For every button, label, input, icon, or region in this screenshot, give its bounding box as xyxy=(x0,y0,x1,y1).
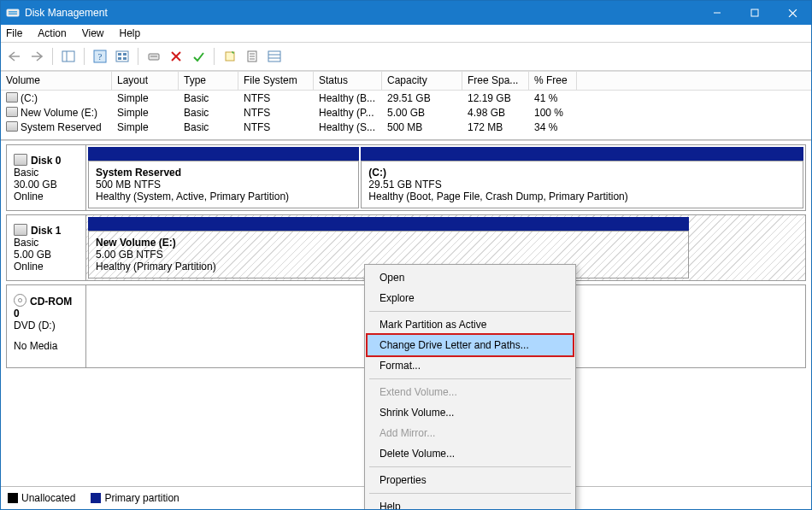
column-filesystem[interactable]: File System xyxy=(238,71,314,90)
disk-row-disk0: Disk 0 Basic 30.00 GB Online System Rese… xyxy=(6,144,806,211)
menu-file[interactable]: File xyxy=(4,26,24,41)
maximize-button[interactable] xyxy=(736,1,774,25)
minimize-button[interactable] xyxy=(698,1,736,25)
disk-label[interactable]: Disk 0 Basic 30.00 GB Online xyxy=(7,145,86,210)
new-icon[interactable] xyxy=(221,48,238,65)
disk-label[interactable]: CD-ROM 0 DVD (D:) No Media xyxy=(7,285,86,367)
apply-icon[interactable] xyxy=(190,48,207,65)
show-hide-tree-icon[interactable] xyxy=(60,48,77,65)
menu-item-mark-active[interactable]: Mark Partition as Active xyxy=(368,314,573,335)
help-icon[interactable]: ? xyxy=(91,48,109,65)
volume-list: Volume Layout Type File System Status Ca… xyxy=(1,71,811,140)
close-button[interactable] xyxy=(774,1,811,25)
column-layout[interactable]: Layout xyxy=(112,71,179,90)
window-title: Disk Management xyxy=(25,7,698,19)
disk-management-window: Disk Management File Action View Help ? xyxy=(0,0,812,510)
svg-text:?: ? xyxy=(98,51,103,62)
back-icon[interactable] xyxy=(6,48,23,65)
delete-icon[interactable] xyxy=(168,48,185,65)
legend-unallocated: Unallocated xyxy=(8,492,75,504)
menu-help[interactable]: Help xyxy=(118,26,143,41)
menu-item-help[interactable]: Help xyxy=(368,496,573,510)
refresh-icon[interactable] xyxy=(145,48,162,65)
svg-rect-0 xyxy=(7,9,19,16)
volume-icon xyxy=(6,107,18,117)
disk-label[interactable]: Disk 1 Basic 5.00 GB Online xyxy=(7,215,86,280)
volume-list-header: Volume Layout Type File System Status Ca… xyxy=(1,71,811,91)
menu-item-explore[interactable]: Explore xyxy=(368,288,573,308)
settings-icon[interactable] xyxy=(114,48,131,65)
partition-cap xyxy=(88,217,689,231)
partition-cap xyxy=(88,147,359,161)
svg-rect-11 xyxy=(116,51,128,62)
menu-item-format[interactable]: Format... xyxy=(368,355,573,376)
menu-item-properties[interactable]: Properties xyxy=(368,470,573,490)
hard-disk-icon xyxy=(14,224,27,236)
column-volume[interactable]: Volume xyxy=(1,71,112,90)
menu-item-shrink-volume[interactable]: Shrink Volume... xyxy=(368,402,573,423)
svg-rect-25 xyxy=(268,51,280,62)
disk-management-icon xyxy=(6,6,20,20)
hard-disk-icon xyxy=(14,154,27,166)
column-type[interactable]: Type xyxy=(179,71,238,90)
menu-action[interactable]: Action xyxy=(36,26,68,41)
volume-icon xyxy=(6,92,18,103)
legend-primary: Primary partition xyxy=(91,492,179,504)
svg-rect-15 xyxy=(123,57,127,60)
svg-rect-2 xyxy=(9,14,17,15)
menu-item-extend-volume: Extend Volume... xyxy=(368,382,573,402)
menu-view[interactable]: View xyxy=(80,26,106,41)
svg-rect-14 xyxy=(118,57,121,60)
swatch-unallocated-icon xyxy=(8,493,18,503)
titlebar: Disk Management xyxy=(1,1,811,25)
forward-icon[interactable] xyxy=(28,48,45,65)
volume-context-menu: Open Explore Mark Partition as Active Ch… xyxy=(364,264,576,510)
cdrom-icon xyxy=(14,294,26,307)
menu-item-delete-volume[interactable]: Delete Volume... xyxy=(368,443,573,464)
volume-icon xyxy=(6,121,18,132)
svg-rect-12 xyxy=(118,53,121,56)
menu-item-open[interactable]: Open xyxy=(368,267,573,288)
menubar: File Action View Help xyxy=(1,25,811,43)
list-icon[interactable] xyxy=(266,48,283,65)
menu-item-change-drive-letter[interactable]: Change Drive Letter and Paths... xyxy=(366,333,574,357)
column-free-space[interactable]: Free Spa... xyxy=(462,71,529,90)
table-row[interactable]: System Reserved Simple Basic NTFS Health… xyxy=(1,120,811,134)
svg-rect-7 xyxy=(62,51,74,62)
partition-c[interactable]: (C:) 29.51 GB NTFS Healthy (Boot, Page F… xyxy=(361,161,803,208)
svg-rect-1 xyxy=(9,11,17,13)
partition-cap xyxy=(361,147,803,161)
column-capacity[interactable]: Capacity xyxy=(382,71,462,90)
column-status[interactable]: Status xyxy=(314,71,382,90)
properties-sheet-icon[interactable] xyxy=(244,48,261,65)
toolbar: ? xyxy=(1,43,811,71)
partition-system-reserved[interactable]: System Reserved 500 MB NTFS Healthy (Sys… xyxy=(88,161,359,208)
menu-item-add-mirror: Add Mirror... xyxy=(368,423,573,443)
table-row[interactable]: (C:) Simple Basic NTFS Healthy (B... 29.… xyxy=(1,91,811,105)
svg-rect-13 xyxy=(123,53,127,56)
column-pct-free[interactable]: % Free xyxy=(529,71,577,90)
swatch-primary-icon xyxy=(91,493,101,503)
table-row[interactable]: New Volume (E:) Simple Basic NTFS Health… xyxy=(1,105,811,120)
svg-rect-4 xyxy=(751,9,758,16)
